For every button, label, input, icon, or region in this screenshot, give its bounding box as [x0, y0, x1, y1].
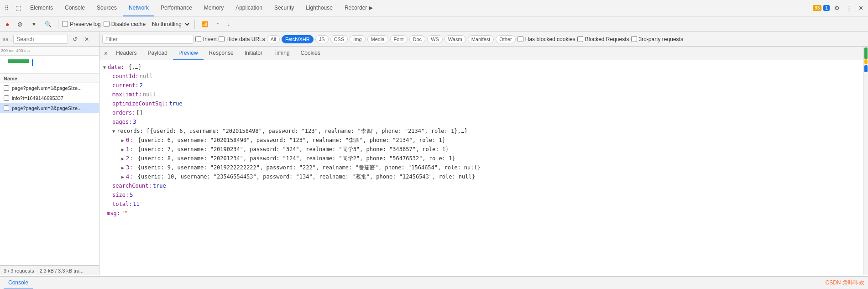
- hide-data-urls-label[interactable]: Hide data URLs: [219, 36, 265, 42]
- disable-cache-checkbox[interactable]: [104, 21, 110, 27]
- request-row-2[interactable]: page?pageNum=2&pageSize...: [0, 103, 99, 113]
- preserve-log-label[interactable]: Preserve log: [62, 21, 100, 27]
- stop-btn[interactable]: ⊘: [15, 19, 26, 29]
- download-btn[interactable]: ↓: [225, 20, 233, 29]
- filter-other[interactable]: Other: [496, 35, 516, 43]
- json-record-3-colon: :: [130, 163, 136, 172]
- divider-1: [58, 20, 58, 29]
- timeline-bars: [0, 56, 99, 74]
- preview-content: ▼ data: {,…} countId: null current: 2 ma…: [99, 60, 863, 275]
- clear-search-btn[interactable]: ✕: [82, 34, 92, 44]
- request-checkbox-0[interactable]: [4, 85, 9, 91]
- close-btn[interactable]: ✕: [856, 3, 866, 13]
- tab-console[interactable]: Console: [59, 0, 90, 16]
- search-btn[interactable]: 🔍: [42, 20, 54, 29]
- json-record-0-expand[interactable]: ▶: [121, 137, 124, 144]
- json-size-value: 5: [130, 191, 133, 200]
- json-record-2-line: ▶ 2 : {userid: 8, username: "20201234", …: [103, 154, 860, 163]
- record-btn[interactable]: ●: [3, 19, 12, 29]
- blocked-requests-checkbox[interactable]: [577, 36, 583, 42]
- filter-input[interactable]: [102, 35, 193, 44]
- tab-performance[interactable]: Performance: [155, 0, 198, 16]
- filter-wasm[interactable]: Wasm: [444, 35, 466, 43]
- panel-tab-cookies[interactable]: Cookies: [295, 47, 326, 60]
- filter-js[interactable]: JS: [315, 35, 329, 43]
- filter-img[interactable]: Img: [350, 35, 365, 43]
- refresh-search-btn[interactable]: ↺: [70, 34, 80, 44]
- wifi-btn[interactable]: 📶: [199, 20, 211, 29]
- timeline-area: 200 ms 400 ms: [0, 47, 99, 74]
- third-party-label[interactable]: 3rd-party requests: [631, 36, 683, 42]
- filter-manifest[interactable]: Manifest: [468, 35, 494, 43]
- upload-btn[interactable]: ↑: [214, 20, 222, 29]
- tab-network[interactable]: Network: [123, 0, 154, 16]
- invert-checkbox[interactable]: [195, 36, 201, 42]
- disable-cache-label[interactable]: Disable cache: [104, 21, 146, 27]
- settings-btn[interactable]: ⚙: [831, 3, 842, 13]
- tab-recorder[interactable]: Recorder ▶: [339, 0, 378, 16]
- third-party-checkbox[interactable]: [631, 36, 637, 42]
- json-record-1-expand[interactable]: ▶: [121, 146, 124, 153]
- request-checkbox-1[interactable]: [4, 95, 9, 101]
- transfer-size: 2.3 kB / 3.3 kB tra...: [40, 268, 84, 273]
- json-searchcount-line: searchCount: true: [103, 182, 860, 191]
- filter-media[interactable]: Media: [367, 35, 388, 43]
- request-row-0[interactable]: page?pageNum=1&pageSize...: [0, 83, 99, 93]
- request-row-1[interactable]: info?t=1649146695337: [0, 93, 99, 103]
- json-optimizecountsql-line: optimizeCountSql: true: [103, 100, 860, 109]
- scroll-blue: [864, 65, 868, 72]
- json-pages-key: pages:: [112, 118, 132, 126]
- dot-label[interactable]: .: [10, 37, 11, 42]
- json-records-summary-line: ▼ records: [{userid: 6, username: "20201…: [103, 127, 860, 136]
- json-record-4-expand[interactable]: ▶: [121, 173, 124, 181]
- panel-tab-timing[interactable]: Timing: [268, 47, 295, 60]
- requests-header-row: Name: [0, 74, 99, 83]
- inspect-btn[interactable]: ⬚: [13, 3, 24, 13]
- filter-ws[interactable]: WS: [427, 35, 443, 43]
- tab-sources[interactable]: Sources: [91, 0, 122, 16]
- tab-security[interactable]: Security: [269, 0, 299, 16]
- panel-tab-response[interactable]: Response: [204, 47, 239, 60]
- filter-all[interactable]: All: [267, 35, 280, 43]
- filter-fetch-xhr[interactable]: Fetch/XHR: [282, 35, 314, 43]
- tab-lighthouse[interactable]: Lighthouse: [300, 0, 338, 16]
- filter-css[interactable]: CSS: [330, 35, 348, 43]
- has-blocked-label[interactable]: Has blocked cookies: [518, 36, 575, 42]
- panel-tab-preview[interactable]: Preview: [173, 47, 204, 60]
- filter-btn[interactable]: ▼: [28, 20, 39, 29]
- hide-data-urls-checkbox[interactable]: [219, 36, 225, 42]
- devtools-toggle-btn[interactable]: ⠿: [2, 3, 12, 13]
- filter-doc[interactable]: Doc: [409, 35, 426, 43]
- more-btn[interactable]: ⋮: [843, 3, 855, 13]
- blocked-requests-label[interactable]: Blocked Requests: [577, 36, 629, 42]
- panel-tab-payload[interactable]: Payload: [142, 47, 173, 60]
- tab-application[interactable]: Application: [230, 0, 268, 16]
- json-record-3-expand[interactable]: ▶: [121, 164, 124, 172]
- panel-tab-initiator[interactable]: Initiator: [239, 47, 268, 60]
- json-size-key: size:: [112, 191, 129, 200]
- panel-close-btn[interactable]: ×: [101, 48, 110, 59]
- preserve-log-checkbox[interactable]: [62, 21, 68, 27]
- json-optimizecountsql-value: true: [169, 100, 183, 108]
- json-records-expand[interactable]: ▼: [112, 128, 115, 135]
- json-msg-line: msg: "": [103, 209, 860, 218]
- filter-font[interactable]: Font: [390, 35, 408, 43]
- json-record-2-expand[interactable]: ▶: [121, 155, 124, 163]
- json-record-2-value: {userid: 8, username: "20201234", passwo…: [138, 154, 455, 163]
- search-filter-bar: aa . ↺ ✕ Invert Hide data URLs All Fetch…: [0, 32, 868, 47]
- has-blocked-checkbox[interactable]: [518, 36, 523, 42]
- request-checkbox-2[interactable]: [4, 105, 9, 111]
- json-maxlimit-key: maxLimit:: [112, 90, 142, 99]
- json-pages-value: 3: [133, 118, 136, 126]
- tab-memory[interactable]: Memory: [199, 0, 229, 16]
- name-header: Name: [0, 74, 99, 83]
- invert-label[interactable]: Invert: [195, 36, 217, 42]
- search-input[interactable]: [13, 35, 68, 44]
- tab-elements[interactable]: Elements: [25, 0, 58, 16]
- search-area: aa . ↺ ✕: [0, 32, 99, 46]
- timeline-bar-blue: [32, 59, 33, 66]
- throttle-select[interactable]: No throttling: [148, 20, 191, 29]
- network-toolbar: ● ⊘ ▼ 🔍 Preserve log Disable cache No th…: [0, 16, 868, 32]
- panel-tab-headers[interactable]: Headers: [110, 47, 142, 60]
- json-root-expand[interactable]: ▼: [103, 64, 106, 71]
